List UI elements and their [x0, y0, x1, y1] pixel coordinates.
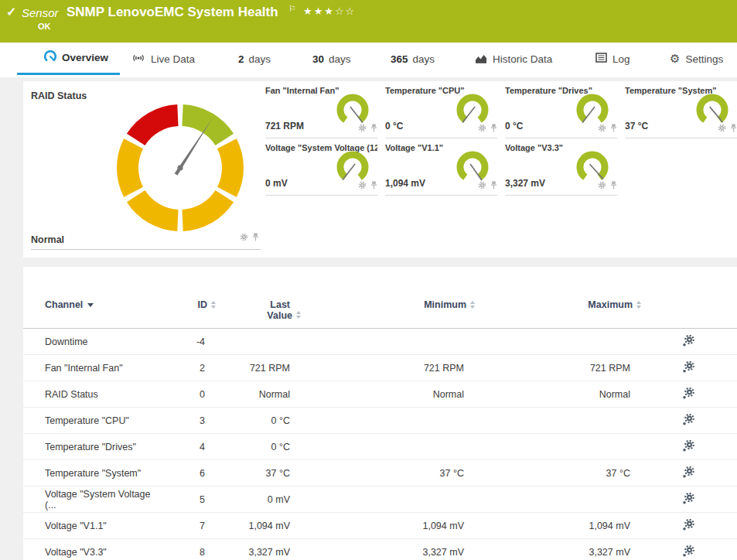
channel-settings-icon[interactable] — [682, 519, 694, 533]
sort-updown-icon — [296, 311, 301, 319]
gauge-title: RAID Status — [31, 90, 87, 101]
gauge-value: 721 RPM — [265, 121, 304, 131]
channel-maximum: 37 °C — [606, 468, 630, 479]
table-row[interactable]: Fan "Internal Fan"2721 RPM721 RPM721 RPM — [23, 355, 737, 381]
gear-icon[interactable] — [598, 121, 606, 135]
channel-minimum: 37 °C — [440, 468, 464, 479]
gauge-panel[interactable]: Voltage "V1.1"1,094 mV — [385, 142, 497, 196]
channel-settings-icon[interactable] — [682, 335, 694, 349]
gauge-panel[interactable]: Temperature "CPU"0 °C — [385, 85, 497, 138]
tab-label: Overview — [62, 52, 108, 63]
pin-icon[interactable] — [490, 179, 497, 193]
tab-365-days[interactable]: 365 days — [391, 43, 435, 75]
panel-icons — [358, 179, 377, 193]
tab-historic-data[interactable]: Historic Data — [475, 43, 552, 75]
table-row[interactable]: Temperature "CPU"30 °C — [23, 408, 737, 434]
table-row[interactable]: Downtime-4 — [23, 329, 737, 355]
tab-2-days[interactable]: 2 days — [238, 43, 271, 75]
channel-table-card: Channel ID Last Value Minimum Maximum — [23, 267, 737, 560]
gauge-value: 37 °C — [625, 121, 648, 131]
channel-settings-icon[interactable] — [682, 440, 694, 454]
tab-live-data[interactable]: Live Data — [131, 43, 195, 75]
channel-last-value: 0 mV — [268, 494, 290, 505]
channel-maximum: 1,094 mV — [589, 521, 630, 531]
priority-stars[interactable]: ★★★☆☆ — [303, 5, 356, 17]
channel-settings-icon[interactable] — [682, 545, 694, 559]
gauge-value: Normal — [31, 234, 64, 245]
table-body: Downtime-4Fan "Internal Fan"2721 RPM721 … — [23, 329, 737, 560]
channel-settings-icon[interactable] — [682, 493, 694, 507]
table-header: Channel ID Last Value Minimum Maximum — [23, 267, 737, 329]
gauge-panel[interactable]: Voltage "V3.3"3,327 mV — [505, 142, 617, 196]
channel-settings-icon[interactable] — [682, 414, 694, 428]
tab-settings[interactable]: ⚙ Settings — [670, 43, 723, 75]
gauge-panel[interactable]: Temperature "System"37 °C — [625, 85, 737, 138]
tab-label: Live Data — [151, 53, 195, 65]
raid-gauge-segment — [182, 190, 234, 231]
column-header-channel[interactable]: Channel — [23, 299, 161, 310]
tab-label: Settings — [685, 53, 723, 65]
channel-name: RAID Status — [45, 389, 98, 400]
channel-name: Temperature "Drives" — [45, 442, 136, 452]
channel-settings-icon[interactable] — [682, 361, 694, 375]
channel-last-value: 37 °C — [266, 468, 290, 479]
gauge-panel[interactable]: Temperature "Drives"0 °C — [505, 85, 617, 138]
tab-log[interactable]: Log — [595, 43, 630, 75]
gauge-panel[interactable]: Voltage "System Voltage (12...0 mV — [265, 142, 377, 196]
status-badge: OK — [38, 22, 51, 31]
channel-settings-icon[interactable] — [682, 388, 694, 401]
channel-minimum: 721 RPM — [424, 363, 464, 374]
gear-icon[interactable] — [478, 179, 486, 193]
channel-name: Voltage "V3.3" — [45, 547, 107, 558]
tab-overview[interactable]: Overview — [17, 43, 120, 75]
table-row[interactable]: RAID Status0NormalNormalNormal — [23, 381, 737, 408]
table-row[interactable]: Temperature "System"637 °C37 °C37 °C — [23, 460, 737, 487]
pin-icon[interactable] — [490, 121, 497, 135]
table-row[interactable]: Voltage "V1.1"71,094 mV1,094 mV1,094 mV — [23, 513, 737, 539]
gear-icon[interactable] — [358, 121, 367, 135]
pin-icon[interactable] — [370, 179, 377, 193]
pin-icon[interactable] — [252, 230, 259, 244]
gauge-value: 0 °C — [505, 121, 523, 131]
area-chart-icon — [475, 53, 487, 66]
pin-icon[interactable] — [610, 121, 617, 135]
column-header-maximum[interactable]: Maximum — [464, 299, 630, 310]
column-header-minimum[interactable]: Minimum — [290, 299, 464, 310]
gear-icon[interactable] — [358, 179, 367, 193]
table-row[interactable]: Voltage "V3.3"83,327 mV3,327 mV3,327 mV — [23, 539, 737, 560]
gauge-panel[interactable]: Fan "Internal Fan"721 RPM — [265, 85, 377, 138]
table-row[interactable]: Voltage "System Voltage (...50 mV — [23, 487, 737, 513]
status-check-icon: ✓ — [6, 5, 16, 19]
channel-settings-icon[interactable] — [682, 466, 694, 480]
sort-updown-icon — [636, 301, 641, 309]
gauge-icon — [44, 50, 56, 65]
tab-label: Log — [612, 53, 630, 65]
gauges-card: RAID Status Normal Fan "Internal Fan"721… — [23, 81, 737, 258]
gear-icon[interactable] — [598, 179, 606, 193]
tab-number: 365 — [391, 53, 408, 65]
gear-icon[interactable] — [478, 121, 486, 135]
raid-status-gauge-panel[interactable]: RAID Status Normal — [31, 81, 261, 250]
channel-id: 8 — [200, 547, 205, 558]
pin-icon[interactable] — [370, 121, 377, 135]
table-row[interactable]: Temperature "Drives"40 °C — [23, 434, 737, 460]
column-header-last-value[interactable]: Last Value — [205, 299, 290, 321]
gear-icon[interactable] — [240, 230, 248, 244]
pin-icon[interactable] — [730, 121, 737, 135]
sensor-kind-label: Sensor — [22, 6, 59, 19]
pin-icon[interactable] — [610, 179, 617, 193]
gear-icon[interactable] — [718, 121, 726, 135]
broadcast-icon — [131, 53, 145, 66]
column-header-id[interactable]: ID — [161, 299, 205, 310]
gauge-value: 1,094 mV — [385, 178, 425, 189]
gauge-value: 0 mV — [265, 178, 288, 189]
tab-label: Historic Data — [493, 53, 552, 65]
raid-gauge-segment — [217, 138, 244, 196]
panel-icons — [598, 121, 617, 135]
sort-caret-down-icon — [87, 303, 94, 307]
channel-name: Downtime — [45, 336, 88, 347]
gear-icon: ⚙ — [670, 52, 680, 66]
tab-30-days[interactable]: 30 days — [312, 43, 351, 75]
panel-icons — [240, 230, 259, 244]
tab-number: 30 — [312, 53, 324, 65]
